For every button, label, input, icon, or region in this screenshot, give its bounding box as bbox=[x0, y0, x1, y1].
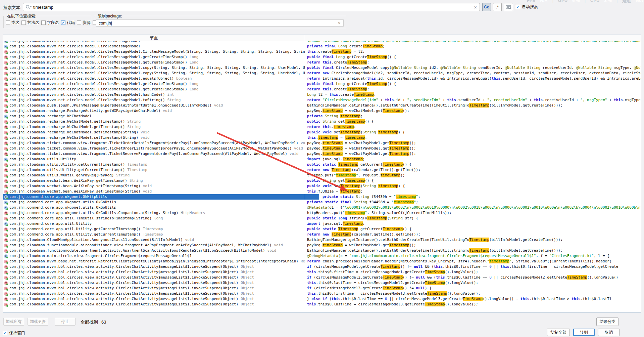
node-cell[interactable]: mcom.jhj.cloudman.mvvm.bbl.circles.view.… bbox=[3, 291, 305, 296]
node-cell[interactable]: mcom.jhj.commend.core.app.util.TimeUtil.… bbox=[3, 216, 305, 221]
result-row[interactable]: mcom.jhj.cloudman.ticket.common.view.fra… bbox=[3, 146, 641, 151]
result-row[interactable]: ccom.jhj.cloudman.utils.Utilityimport ja… bbox=[3, 157, 641, 162]
node-cell[interactable]: mcom.jhj.cloudman.mvvm.bbl.circles.view.… bbox=[3, 280, 305, 286]
node-cell[interactable]: mcom.jhj.cloudman.utils.Utility.getCurre… bbox=[3, 162, 305, 167]
code-preview-cell[interactable]: public final CirclesMessageModel copy(@N… bbox=[305, 65, 641, 71]
node-cell[interactable]: ccom.jhj.cloudman.recharge.WeChatModel bbox=[3, 114, 305, 119]
result-row[interactable]: mcom.jhj.cloudman.push.jpush.JPushMessag… bbox=[3, 103, 641, 108]
result-row[interactable]: mcom.jhj.cloudman.mvvm.bbl.circles.view.… bbox=[3, 296, 641, 302]
result-row[interactable]: ccom.jhj.commend.core.app.okgonet.utils.… bbox=[3, 200, 641, 205]
code-preview-cell[interactable]: payReq.timeStamp = weChatPayModel.getTim… bbox=[305, 151, 641, 157]
result-row[interactable]: mcom.jhj.cloudman.mvvm.bbl.circles.view.… bbox=[3, 280, 641, 286]
result-row[interactable]: mcom.jhj.cloudman.mvvm.bbl.circles.view.… bbox=[3, 264, 641, 269]
scope-checkbox-类名[interactable]: 类名 bbox=[6, 20, 19, 26]
code-preview-cell[interactable]: return "CirclesMessageModel(id=" + this.… bbox=[305, 97, 641, 103]
node-cell[interactable]: mcom.jhj.cloudman.mvvm.bbl.circles.view.… bbox=[3, 302, 305, 307]
goto-button[interactable]: 转到 bbox=[573, 329, 595, 336]
node-cell[interactable]: mcom.jhj.cloudman.mvvm.net.circles.model… bbox=[3, 97, 305, 103]
result-row[interactable]: mcom.jhj.commend.core.app.util.Utility.g… bbox=[3, 232, 641, 237]
result-row[interactable]: mcom.jhj.cloudman.recharge.RechargeActiv… bbox=[3, 108, 641, 114]
code-preview-cell[interactable]: public static Timestamp getCurrentTimest… bbox=[305, 226, 641, 232]
node-cell[interactable]: mcom.jhj.cloudman.mvvm.net.circles.model… bbox=[3, 71, 305, 76]
node-cell[interactable]: mcom.jhj.cloudman.ticket.common.view.fra… bbox=[3, 140, 305, 146]
code-preview-cell[interactable]: payReq.timeStamp = weChatModel.getTimest… bbox=[305, 108, 641, 114]
result-row[interactable]: mcom.jhj.cloudman.mvvm.net.circles.model… bbox=[3, 92, 641, 97]
result-row[interactable]: mcom.jhj.cloudman.functionmodule.apartme… bbox=[3, 248, 641, 253]
code-preview-cell[interactable]: public void setTimestamp(String timestam… bbox=[305, 130, 641, 135]
result-row[interactable]: mcom.jhj.cloudman.utils.Utility.getCurre… bbox=[3, 162, 641, 167]
scope-checkbox-方法名[interactable]: 方法名 bbox=[21, 20, 39, 26]
node-cell[interactable]: mcom.jhj.cloudman.mvvm.net.circles.model… bbox=[3, 54, 305, 60]
node-cell[interactable]: mcom.jhj.cloudman.push.jpush.JPushMessag… bbox=[3, 103, 305, 108]
code-preview-cell[interactable]: public String getTimestamp() { bbox=[305, 119, 641, 124]
result-row[interactable]: mcom.jhj.cloudman.mvvm.net.circles.model… bbox=[3, 87, 641, 92]
clear-package-icon[interactable]: × bbox=[338, 20, 341, 26]
code-preview-cell[interactable]: return Intrinsics.areEqual(this.id, circ… bbox=[305, 76, 641, 81]
result-row[interactable]: ccom.jhj.cloudman.mvvm.net.circles.model… bbox=[3, 44, 641, 49]
result-row[interactable]: mcom.jhj.cloudman.mvvm.net.circles.model… bbox=[3, 97, 641, 103]
code-preview-cell[interactable]: if (circlesMessageModel2.getCreateTimeSt… bbox=[305, 275, 641, 280]
node-cell[interactable]: mcom.jhj.cloudman.recharge.WeChatModel.g… bbox=[3, 124, 305, 130]
code-preview-cell[interactable]: return chain.proceed(builderHeader.heade… bbox=[305, 259, 641, 264]
match-case-button[interactable]: Cc bbox=[482, 3, 491, 11]
code-preview-cell[interactable]: return this.timestamp; bbox=[305, 124, 641, 130]
result-row[interactable]: mcom.jhj.cloudman.mvvm.net.circles.model… bbox=[3, 49, 641, 54]
node-cell[interactable]: ccom.jhj.commend.core.app.okgonet.utils.… bbox=[3, 205, 305, 210]
code-preview-cell[interactable]: public final Long getCreateTimeStamp() { bbox=[305, 54, 641, 60]
results-viewport[interactable]: ccom.jhj.cloudman.mvvm.net.circles.model… bbox=[3, 41, 641, 312]
code-preview-cell[interactable]: public final Long getCreateTimeStamp() { bbox=[305, 81, 641, 87]
node-cell[interactable]: mcom.jhj.cloudman.functionmodule.aircond… bbox=[3, 243, 305, 248]
node-cell[interactable]: mcom.jhj.commend.core.app.okgonet.utils.… bbox=[3, 210, 305, 216]
result-row[interactable]: mcom.jhj.commend.core.app.util.Utility.g… bbox=[3, 226, 641, 232]
result-row[interactable]: mcom.jhj.cloudman.utils.WXUtil.genPayReq… bbox=[3, 173, 641, 178]
result-row[interactable]: mcom.jhj.cloudman.mvvm.bbl.circles.view.… bbox=[3, 286, 641, 291]
node-cell[interactable]: ccom.jhj.cloudman.mvvm.net.circles.model… bbox=[3, 44, 305, 49]
result-row[interactable]: mcom.jhj.cloudman.mvvm.bbl.circles.view.… bbox=[3, 291, 641, 296]
code-preview-cell[interactable]: this.timestamp = timestamp; bbox=[305, 135, 641, 140]
node-cell[interactable]: ccom.jhj.commend.core.app.okgonet.utils.… bbox=[3, 200, 305, 205]
result-row[interactable]: mcom.jhj.cloudman.CloudManApplication.An… bbox=[3, 237, 641, 243]
result-row[interactable]: mcom.jhj.cloudman.wechat.bean.WeiXinPay.… bbox=[3, 189, 641, 194]
result-row[interactable]: mcom.jhj.cloudman.mvvm.net.circles.model… bbox=[3, 60, 641, 65]
node-cell[interactable]: mcom.jhj.cloudman.CloudManApplication.An… bbox=[3, 237, 305, 243]
scope-checkbox-资源[interactable]: 资源 bbox=[77, 20, 91, 26]
node-cell[interactable]: mcom.jhj.cloudman.mvvm.net.circles.model… bbox=[3, 49, 305, 54]
code-preview-cell[interactable]: return new Timestamp(calendar.getTime().… bbox=[305, 167, 641, 173]
code-preview-cell[interactable]: return this.createTimeStamp; bbox=[305, 87, 641, 92]
node-cell[interactable]: mcom.jhj.cloudman.mvvm.bbl.circles.view.… bbox=[3, 296, 305, 302]
node-cell[interactable]: mcom.jhj.cloudman.mvvm.bbl.circles.view.… bbox=[3, 269, 305, 275]
code-preview-cell[interactable]: if (circlesMessageModel3.getCreateTimeSt… bbox=[305, 286, 641, 291]
code-preview-cell[interactable]: treeMap.put("timestamp", request.timeSta… bbox=[305, 173, 641, 178]
code-preview-cell[interactable]: private static final String f34458d = "t… bbox=[305, 200, 641, 205]
code-preview-cell[interactable]: this.f33821e = timestamp; bbox=[305, 189, 641, 194]
code-preview-cell[interactable]: private final Long createTimeStamp; bbox=[305, 44, 641, 49]
code-preview-cell[interactable]: payReq.timeStamp = weChatPayModel.getTim… bbox=[305, 140, 641, 146]
result-row[interactable]: mcom.jhj.cloudman.mvvm.bbl.circles.view.… bbox=[3, 275, 641, 280]
code-preview-cell[interactable]: this.this$0.lastTime = circlesMessageMod… bbox=[305, 302, 641, 307]
result-row[interactable]: mcom.jhj.cloudman.mvvm.bbl.circles.view.… bbox=[3, 302, 641, 307]
code-preview-cell[interactable]: public static long stringToTimestamp(Str… bbox=[305, 216, 641, 221]
stop-button[interactable]: 停止 bbox=[55, 318, 76, 326]
result-row[interactable]: mcom.jhj.cloudman.recharge.WeChatModel.g… bbox=[3, 119, 641, 124]
code-preview-cell[interactable]: @Metadata(d1 = {"\u00001\n\u0002\u0018\u… bbox=[305, 205, 641, 210]
classify-results-button[interactable]: 结果分类 bbox=[596, 318, 618, 326]
result-row[interactable]: ccom.jhj.commend.core.app.util.Utilityim… bbox=[3, 221, 641, 226]
cancel-button[interactable]: 取消 bbox=[598, 329, 620, 336]
table-header[interactable]: 节点 bbox=[3, 35, 641, 41]
code-preview-cell[interactable]: this.createTimeStamp = l2; bbox=[305, 49, 641, 54]
node-cell[interactable]: ccom.jhj.cloudman.main.circle.view.fragm… bbox=[3, 253, 305, 259]
node-cell[interactable]: mcom.jhj.cloudman.utils.WXUtil.genPayReq… bbox=[3, 173, 305, 178]
code-preview-cell[interactable]: payReq.timeStamp = weChatPayModel.getTim… bbox=[305, 146, 641, 151]
result-row[interactable]: mcom.jhj.cloudman.recharge.WeChatModel.s… bbox=[3, 135, 641, 140]
node-cell[interactable]: mcom.jhj.cloudman.functionmodule.apartme… bbox=[3, 248, 305, 253]
scope-checkbox-字段名[interactable]: 字段名 bbox=[41, 20, 59, 26]
result-row-selected[interactable]: ccom.jhj.commend.core.app.okgonet.OkHttp… bbox=[3, 194, 641, 200]
load-more-button[interactable]: 加载更多 bbox=[28, 318, 48, 326]
result-row[interactable]: ccom.jhj.cloudman.mvvm.net.circles.model… bbox=[3, 41, 641, 44]
result-row[interactable]: mcom.jhj.cloudman.recharge.WeChatModel.g… bbox=[3, 124, 641, 130]
node-cell[interactable]: mcom.jhj.commend.core.app.util.Utility.g… bbox=[3, 226, 305, 232]
regex-button[interactable]: .* bbox=[493, 3, 502, 11]
code-preview-cell[interactable]: httpHeaders.put("timestamp", String.valu… bbox=[305, 210, 641, 216]
code-preview-cell[interactable]: this.this$0.firstTime = circlesMessageMo… bbox=[305, 291, 641, 296]
code-preview-cell[interactable]: public String getTimestamp() { bbox=[305, 178, 641, 183]
